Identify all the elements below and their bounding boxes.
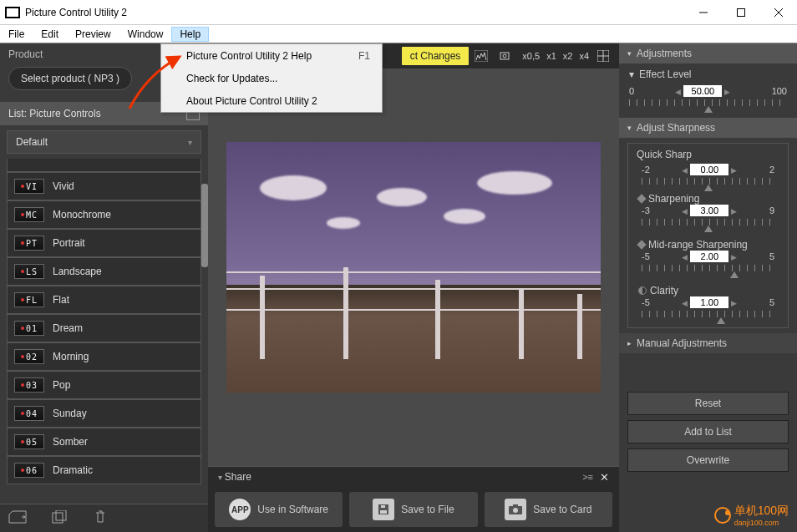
slider-min: -2 bbox=[642, 165, 650, 175]
increment-icon[interactable]: ▶ bbox=[728, 299, 739, 307]
collapse-icon[interactable]: >≡ bbox=[582, 472, 593, 482]
histogram-icon[interactable] bbox=[470, 46, 492, 66]
list-item[interactable]: 02Morning bbox=[7, 342, 201, 371]
slider-value[interactable]: 2.00 bbox=[690, 251, 728, 262]
clarity-slider[interactable]: -5 ◀1.00▶ 5 bbox=[632, 296, 784, 322]
adjustments-header[interactable]: ▾ Adjustments bbox=[619, 43, 797, 63]
list-item[interactable]: 01Dream bbox=[7, 314, 201, 342]
midrange-label: Mid-range Sharpening bbox=[648, 239, 748, 251]
share-header: ▾ Share >≡ ✕ bbox=[208, 467, 619, 487]
increment-icon[interactable]: ▶ bbox=[728, 253, 739, 261]
preset-name: Landscape bbox=[53, 266, 102, 277]
menu-window[interactable]: Window bbox=[119, 27, 172, 42]
list-item[interactable]: MCMonochrome bbox=[7, 200, 201, 229]
default-select[interactable]: Default ▾ bbox=[7, 130, 201, 154]
slider-value[interactable]: 1.00 bbox=[690, 296, 728, 308]
watermark-logo bbox=[714, 507, 731, 524]
chevron-down-icon: ▾ bbox=[627, 49, 632, 58]
decrement-icon[interactable]: ◀ bbox=[679, 166, 690, 175]
slider-min: 0 bbox=[629, 86, 634, 96]
svg-rect-5 bbox=[56, 510, 66, 520]
share-btn-label: Save to Card bbox=[533, 504, 591, 515]
use-in-software-button[interactable]: APP Use in Software bbox=[215, 492, 343, 527]
default-label: Default bbox=[16, 136, 48, 148]
quick-sharp-slider[interactable]: -2 ◀0.00▶ 2 bbox=[632, 164, 784, 190]
sharpening-slider[interactable]: -3 ◀3.00▶ 9 bbox=[632, 205, 784, 231]
chevron-right-icon: ▸ bbox=[627, 339, 632, 347]
list-item[interactable]: PTPortrait bbox=[7, 229, 201, 257]
list-item[interactable]: LSLandscape bbox=[7, 257, 201, 286]
product-select[interactable]: Select product ( NP3 ) bbox=[8, 67, 132, 90]
close-icon[interactable]: ✕ bbox=[600, 471, 609, 484]
slider-value[interactable]: 0.00 bbox=[690, 164, 728, 175]
delete-icon[interactable] bbox=[94, 510, 107, 527]
increment-icon[interactable]: ▶ bbox=[728, 207, 739, 215]
decrement-icon[interactable]: ◀ bbox=[679, 299, 690, 307]
zoom-2[interactable]: x2 bbox=[561, 51, 575, 61]
list-item[interactable]: FLFlat bbox=[7, 286, 201, 314]
preview-area bbox=[208, 68, 619, 466]
preview-image bbox=[226, 142, 601, 393]
save-to-card-button[interactable]: Save to Card bbox=[485, 492, 612, 527]
increment-icon[interactable]: ▶ bbox=[728, 166, 739, 175]
add-to-list-button[interactable]: Add to List bbox=[627, 420, 789, 443]
app-icon bbox=[5, 7, 20, 18]
zoom-1[interactable]: x1 bbox=[545, 51, 558, 61]
overwrite-button[interactable]: Overwrite bbox=[627, 448, 789, 472]
menu-help[interactable]: Help bbox=[171, 27, 209, 42]
import-icon[interactable] bbox=[8, 510, 27, 527]
help-menu-about[interactable]: About Picture Control Utility 2 bbox=[161, 89, 382, 112]
close-icon bbox=[774, 8, 783, 17]
reset-button[interactable]: Reset bbox=[627, 392, 789, 415]
decrement-icon[interactable]: ◀ bbox=[679, 253, 690, 261]
list-item[interactable]: 06Dramatic bbox=[7, 456, 201, 484]
help-menu-help[interactable]: Picture Control Utility 2 Help F1 bbox=[161, 44, 382, 67]
decrement-icon[interactable]: ◀ bbox=[673, 88, 683, 96]
scrollbar-thumb[interactable] bbox=[201, 184, 208, 267]
share-buttons: APP Use in Software Save to File Save to… bbox=[208, 487, 619, 532]
midrange-slider[interactable]: -5 ◀2.00▶ 5 bbox=[632, 251, 784, 276]
minimize-button[interactable] bbox=[684, 0, 722, 25]
reflect-changes-button[interactable]: ct Changes bbox=[402, 47, 470, 65]
app-icon: APP bbox=[229, 499, 251, 520]
list-item[interactable]: 04Sunday bbox=[7, 399, 201, 428]
list-item[interactable]: 03Pop bbox=[7, 371, 201, 399]
save-to-file-button[interactable]: Save to File bbox=[349, 492, 477, 527]
increment-icon[interactable]: ▶ bbox=[722, 88, 733, 96]
preset-badge: VI bbox=[14, 179, 44, 194]
copy-icon[interactable] bbox=[52, 510, 69, 527]
preset-badge: LS bbox=[14, 264, 44, 279]
zoom-4[interactable]: x4 bbox=[577, 51, 591, 61]
effect-level-slider[interactable]: 0 ◀50.00▶ 100 bbox=[619, 85, 797, 111]
decrement-icon[interactable]: ◀ bbox=[679, 207, 690, 215]
svg-rect-1 bbox=[737, 8, 744, 16]
help-menu-updates[interactable]: Check for Updates... bbox=[161, 67, 382, 89]
list-item[interactable]: 05Somber bbox=[7, 428, 201, 456]
preset-badge: FL bbox=[14, 292, 44, 307]
sharpness-header[interactable]: ▾ Adjust Sharpness bbox=[619, 118, 797, 138]
grid-icon[interactable] bbox=[592, 46, 614, 66]
zoom-0-5[interactable]: x0,5 bbox=[520, 51, 541, 61]
menu-preview[interactable]: Preview bbox=[67, 27, 119, 42]
list-item[interactable] bbox=[7, 159, 201, 172]
list-item[interactable]: VIVivid bbox=[7, 172, 201, 200]
quick-sharp-group: Quick Sharp -2 ◀0.00▶ 2 Sharpening -3 ◀3… bbox=[627, 143, 789, 328]
slider-value[interactable]: 50.00 bbox=[683, 85, 722, 97]
menu-file[interactable]: File bbox=[0, 27, 33, 42]
manual-adjustments-header[interactable]: ▸ Manual Adjustments bbox=[619, 333, 797, 353]
svg-rect-17 bbox=[513, 504, 518, 507]
slider-value[interactable]: 3.00 bbox=[690, 205, 728, 216]
preset-name: Flat bbox=[53, 294, 69, 306]
main-area: Product Select product ( NP3 ) List: Pic… bbox=[0, 43, 797, 532]
window-controls bbox=[684, 0, 797, 25]
watermark-text: 单机100网 bbox=[734, 504, 789, 517]
close-button[interactable] bbox=[759, 0, 797, 25]
midrange-group: Mid-range Sharpening -5 ◀2.00▶ 5 bbox=[632, 239, 784, 276]
fit-icon[interactable] bbox=[494, 46, 515, 66]
svg-rect-13 bbox=[380, 510, 387, 514]
watermark-sub: danji100.com bbox=[734, 519, 789, 527]
maximize-button[interactable] bbox=[722, 0, 759, 25]
menu-edit[interactable]: Edit bbox=[33, 27, 67, 42]
help-dropdown: Picture Control Utility 2 Help F1 Check … bbox=[160, 43, 383, 113]
chevron-down-icon: ▾ bbox=[218, 473, 225, 482]
